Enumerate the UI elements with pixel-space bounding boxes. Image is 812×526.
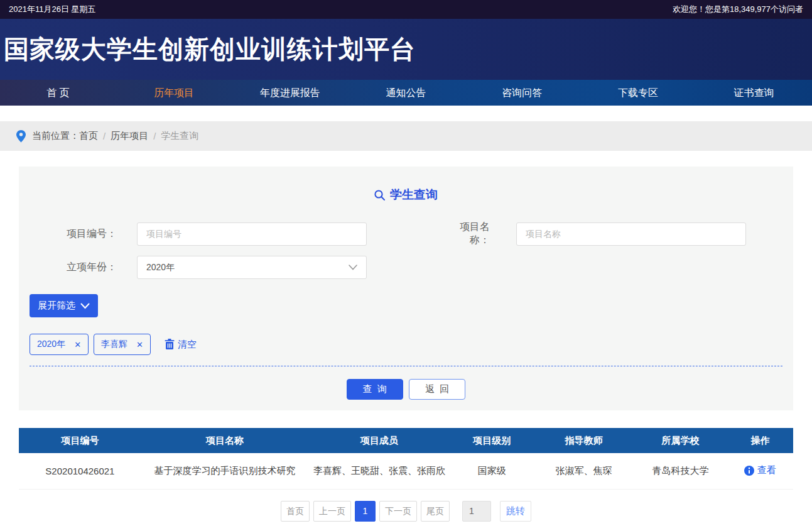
close-icon[interactable]: ✕ bbox=[136, 340, 143, 349]
pagination-first[interactable]: 首页 bbox=[281, 501, 310, 522]
breadcrumb: 当前位置： 首页 / 历年项目 / 学生查询 bbox=[0, 121, 812, 151]
view-link[interactable]: 查看 bbox=[744, 464, 776, 476]
pagination-next[interactable]: 下一页 bbox=[379, 501, 417, 522]
chevron-down-icon bbox=[349, 265, 357, 270]
close-icon[interactable]: ✕ bbox=[74, 340, 81, 349]
pagination-jump-input[interactable] bbox=[462, 501, 491, 522]
breadcrumb-past-projects[interactable]: 历年项目 bbox=[111, 130, 148, 142]
cell-members: 李喜辉、王晓甜、张震、张雨欣 bbox=[308, 453, 450, 489]
table-row: S202010426021 基于深度学习的手语识别技术研究 李喜辉、王晓甜、张震… bbox=[19, 453, 793, 489]
pagination-jump-button[interactable]: 跳转 bbox=[500, 501, 531, 522]
project-code-input[interactable] bbox=[137, 222, 367, 246]
project-code-label: 项目编号： bbox=[19, 227, 137, 241]
col-header-school: 所属学校 bbox=[634, 428, 727, 453]
info-icon bbox=[744, 466, 754, 476]
breadcrumb-student-query: 学生查询 bbox=[161, 130, 198, 142]
col-header-members: 项目成员 bbox=[308, 428, 450, 453]
search-icon bbox=[374, 190, 385, 200]
cell-project-code: S202010426021 bbox=[19, 453, 141, 489]
pagination-page-1[interactable]: 1 bbox=[355, 501, 376, 522]
year-label: 立项年份： bbox=[19, 261, 137, 274]
nav-item-annual-report[interactable]: 年度进展报告 bbox=[232, 80, 348, 106]
breadcrumb-prefix: 当前位置： bbox=[32, 130, 79, 142]
project-name-input[interactable] bbox=[516, 222, 746, 246]
pagination-last[interactable]: 尾页 bbox=[421, 501, 450, 522]
cell-school: 青岛科技大学 bbox=[634, 453, 727, 489]
year-select[interactable]: 2020年 bbox=[137, 256, 367, 279]
back-button[interactable]: 返回 bbox=[409, 379, 465, 400]
filter-tag-student: 李喜辉 ✕ bbox=[94, 334, 151, 355]
cell-teachers: 张淑军、焦琛 bbox=[534, 453, 634, 489]
cell-project-name: 基于深度学习的手语识别技术研究 bbox=[141, 453, 308, 489]
filter-tags-row: 2020年 ✕ 李喜辉 ✕ 清空 bbox=[30, 334, 793, 355]
main-nav: 首 页 历年项目 年度进展报告 通知公告 咨询问答 下载专区 证书查询 bbox=[0, 80, 812, 106]
pagination: 首页 上一页 1 下一页 尾页 跳转 bbox=[19, 501, 793, 522]
search-panel: 学生查询 项目编号： 项目名称： 立项年份： 2020年 展开筛选 bbox=[19, 167, 793, 410]
col-header-name: 项目名称 bbox=[141, 428, 308, 453]
nav-item-notices[interactable]: 通知公告 bbox=[348, 80, 464, 106]
dashed-divider bbox=[30, 366, 782, 366]
results-table: 项目编号 项目名称 项目成员 项目级别 指导教师 所属学校 操作 S202010… bbox=[19, 428, 793, 522]
nav-item-certificate[interactable]: 证书查询 bbox=[696, 80, 812, 106]
topbar-welcome: 欢迎您！您是第18,349,977个访问者 bbox=[673, 4, 803, 15]
nav-item-qa[interactable]: 咨询问答 bbox=[464, 80, 580, 106]
nav-item-downloads[interactable]: 下载专区 bbox=[580, 80, 696, 106]
nav-item-home[interactable]: 首 页 bbox=[0, 80, 116, 106]
topbar: 2021年11月26日 星期五 欢迎您！您是第18,349,977个访问者 bbox=[0, 0, 812, 19]
trash-icon bbox=[165, 339, 175, 350]
expand-filter-button[interactable]: 展开筛选 bbox=[30, 294, 98, 317]
clear-filters-button[interactable]: 清空 bbox=[165, 339, 197, 351]
breadcrumb-home[interactable]: 首页 bbox=[79, 130, 98, 142]
topbar-date: 2021年11月26日 星期五 bbox=[9, 4, 96, 15]
filter-tag-year: 2020年 ✕ bbox=[30, 334, 89, 355]
pagination-prev[interactable]: 上一页 bbox=[313, 501, 351, 522]
project-name-label: 项目名称： bbox=[441, 221, 516, 247]
year-select-value: 2020年 bbox=[146, 262, 175, 273]
nav-item-past-projects[interactable]: 历年项目 bbox=[116, 80, 232, 106]
panel-title: 学生查询 bbox=[19, 167, 793, 203]
col-header-action: 操作 bbox=[727, 428, 793, 453]
location-pin-icon bbox=[16, 130, 26, 143]
col-header-code: 项目编号 bbox=[19, 428, 141, 453]
table-header-row: 项目编号 项目名称 项目成员 项目级别 指导教师 所属学校 操作 bbox=[19, 428, 793, 453]
chevron-down-icon bbox=[80, 303, 90, 309]
col-header-teachers: 指导教师 bbox=[534, 428, 634, 453]
site-title: 国家级大学生创新创业训练计划平台 bbox=[0, 32, 416, 67]
col-header-level: 项目级别 bbox=[450, 428, 534, 453]
site-header: 国家级大学生创新创业训练计划平台 bbox=[0, 19, 812, 80]
cell-level: 国家级 bbox=[450, 453, 534, 489]
query-button[interactable]: 查询 bbox=[347, 379, 403, 400]
